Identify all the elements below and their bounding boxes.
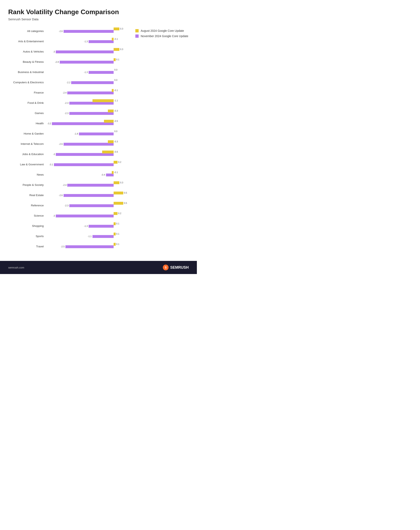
bar-purple (64, 143, 114, 146)
chart-row: Health-3.2-0.5 (8, 119, 127, 127)
purple-value-label: -2.4 (63, 184, 67, 186)
bar-group: -2.4-0.1 (46, 88, 127, 96)
bar-yellow (114, 161, 117, 164)
category-label: Science (8, 214, 46, 217)
category-label: Business & Industrial (8, 71, 46, 74)
purple-value-label: -2.2 (66, 81, 70, 84)
legend-august-box (135, 29, 139, 32)
bar-container: -1.30.1 (46, 222, 127, 230)
purple-value-label: -2.3 (65, 204, 69, 207)
bar-container: -1.10.1 (46, 232, 127, 240)
category-label: Shopping (8, 224, 46, 227)
bar-container: -2.3-1.1 (46, 99, 127, 107)
bar-container: -2.80.1 (46, 58, 127, 66)
purple-value-label: -2.8 (55, 61, 59, 63)
bar-group: -2.80.1 (46, 58, 127, 66)
chart-row: Internet & Telecom-2.6-0.3 (8, 140, 127, 148)
purple-value-label: -2.5 (61, 245, 65, 248)
yellow-value-label: 0.3 (119, 181, 123, 184)
bar-yellow (104, 120, 114, 123)
bar-group: -2.60.3 (46, 27, 127, 35)
bar-group: -30.2 (46, 212, 127, 220)
bar-purple (56, 153, 114, 156)
category-label: All categories (8, 29, 46, 33)
footer-site: semrush.com (8, 266, 24, 269)
bar-purple (56, 50, 114, 53)
purple-value-label: -0.4 (101, 174, 105, 176)
chart-row: Law & Government-3.10.2 (8, 160, 127, 168)
purple-value-label: -2.3 (65, 112, 69, 115)
chart-row: Science-30.2 (8, 212, 127, 220)
legend-august: August 2024 Google Core Update (135, 29, 189, 32)
category-label: Jobs & Education (8, 153, 46, 156)
chart-row: All categories-2.60.3 (8, 27, 127, 35)
bar-purple (88, 225, 114, 228)
yellow-value-label: -0.3 (114, 110, 118, 112)
legend-november-box (135, 34, 139, 38)
semrush-logo: S SEMRUSH (163, 265, 189, 270)
chart-row: Sports-1.10.1 (8, 232, 127, 240)
bar-container: -1.3-0.1 (46, 37, 127, 45)
bar-group: -2.40.3 (46, 181, 127, 189)
bar-purple (88, 40, 114, 43)
yellow-value-label: 0.3 (119, 48, 123, 50)
yellow-value-label: 0.1 (116, 233, 119, 235)
chart-row: Shopping-1.30.1 (8, 222, 127, 230)
bar-group: -2.30.5 (46, 201, 127, 209)
bar-purple (92, 235, 114, 238)
chart-row: Travel-2.50.1 (8, 242, 127, 250)
purple-value-label: -2.6 (59, 30, 63, 32)
chart-row: Home & Garden-1.80.0 (8, 130, 127, 137)
bar-purple (56, 215, 114, 217)
purple-value-label: -1.1 (88, 235, 92, 237)
chart-row: Finance-2.4-0.1 (8, 88, 127, 96)
bar-purple (106, 174, 114, 177)
chart-row: Beauty & Fitness-2.80.1 (8, 58, 127, 66)
category-label: Real Estate (8, 194, 46, 197)
bar-container: -2.6-0.3 (46, 140, 127, 148)
yellow-value-label: 0.2 (117, 161, 121, 163)
category-label: Reference (8, 204, 46, 207)
bar-group: -30.3 (46, 48, 127, 55)
bar-yellow (114, 233, 116, 236)
category-label: Law & Government (8, 163, 46, 166)
category-label: Home & Garden (8, 132, 46, 135)
yellow-value-label: -0.1 (114, 171, 118, 174)
category-label: Sports (8, 235, 46, 238)
yellow-value-label: -0.3 (114, 140, 118, 143)
yellow-value-label: 0.3 (119, 28, 123, 30)
chart-row: Computers & Electronics-2.20.0 (8, 78, 127, 86)
bar-purple (79, 132, 114, 135)
bar-container: -2.60.5 (46, 191, 127, 199)
purple-value-label: -2.6 (59, 143, 63, 145)
bar-group: -2.50.1 (46, 242, 127, 250)
category-label: Computers & Electronics (8, 81, 46, 84)
bar-container: -3-0.6 (46, 150, 127, 158)
yellow-value-label: 0.1 (116, 222, 119, 225)
chart-row: Jobs & Education-3-0.6 (8, 150, 127, 158)
bar-group: -1.30.0 (46, 68, 127, 76)
bar-yellow (112, 171, 114, 174)
chart-row: Reference-2.30.5 (8, 201, 127, 209)
purple-value-label: -3 (53, 153, 55, 155)
bar-group: -2.60.5 (46, 191, 127, 199)
yellow-value-label: -1.1 (114, 99, 118, 102)
yellow-value-label: -0.1 (114, 89, 118, 91)
bar-container: -1.80.0 (46, 130, 127, 137)
chart-row: Arts & Entertainment-1.3-0.1 (8, 37, 127, 45)
bar-purple (52, 122, 114, 125)
semrush-brand: SEMRUSH (170, 265, 189, 270)
bar-yellow (114, 202, 123, 205)
footer: semrush.com S SEMRUSH (0, 261, 197, 274)
yellow-value-label: 0.2 (117, 212, 121, 215)
chart-row: People & Society-2.40.3 (8, 181, 127, 189)
bar-purple (64, 194, 114, 197)
bar-yellow (114, 191, 123, 194)
chart-row: News-0.4-0.1 (8, 171, 127, 178)
bar-group: -3.10.2 (46, 160, 127, 168)
bar-purple (69, 102, 114, 105)
yellow-value-label: 0.5 (123, 191, 127, 194)
category-label: News (8, 173, 46, 176)
legend-november-label: November 2024 Google Core Update (141, 34, 188, 38)
bar-group: -1.30.1 (46, 222, 127, 230)
